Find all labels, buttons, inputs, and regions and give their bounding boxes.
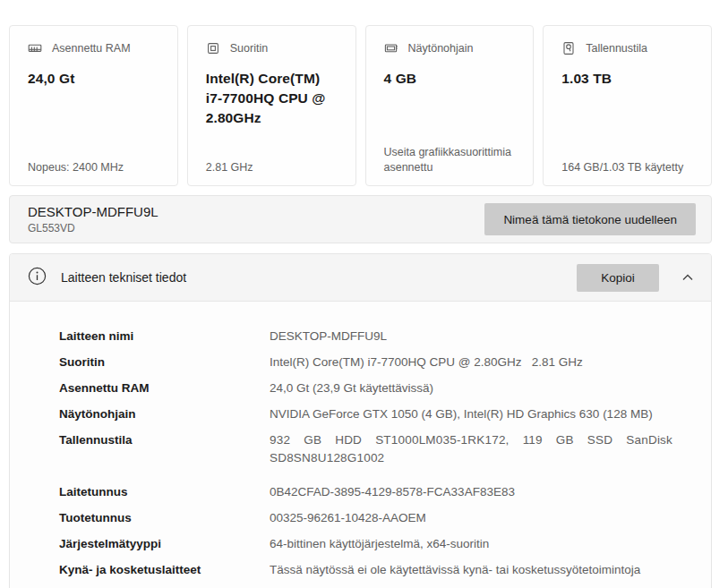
spec-value: 00325-96261-10428-AAOEM [270,509,675,527]
specs-body: Laitteen nimi DESKTOP-MDFFU9L Suoritin I… [10,302,711,588]
card-installed-ram: Asennettu RAM 24,0 Gt Nopeus: 2400 MHz [9,25,178,186]
spec-value: 0B42CFAD-3895-4129-8578-FCA33AF83E83 [270,483,675,501]
spec-label: Järjestelmätyyppi [59,535,270,553]
rename-computer-button[interactable]: Nimeä tämä tietokone uudelleen [484,203,696,235]
card-value: 1.03 TB [561,69,698,89]
card-value: Intel(R) Core(TM) i7-7700HQ CPU @ 2.80GH… [206,69,343,128]
card-title: Suoritin [230,42,268,55]
info-icon [28,267,47,289]
spec-value: 64-bittinen käyttöjärjestelmä, x64-suori… [270,535,675,553]
spec-row-product-id: Tuotetunnus 00325-96261-10428-AAOEM [59,506,675,532]
spec-row-system-type: Järjestelmätyyppi 64-bittinen käyttöjärj… [59,532,675,558]
card-value: 24,0 Gt [28,69,165,89]
spec-row-processor: Suoritin Intel(R) Core(TM) i7-7700HQ CPU… [59,350,675,376]
spec-row-device-id: Laitetunnus 0B42CFAD-3895-4129-8578-FCA3… [59,480,675,506]
spec-row-pen-touch: Kynä- ja kosketuslaitteet Tässä näytössä… [59,558,675,584]
card-graphics: Näytönohjain 4 GB Useita grafiikkasuorit… [365,25,535,186]
card-footer: 164 GB/1.03 TB käytetty [561,160,702,175]
spec-value: 932 GB HDD ST1000LM035-1RK172, 119 GB SS… [270,431,672,467]
device-names: DESKTOP-MDFFU9L GL553VD [28,204,158,234]
spec-label: Kynä- ja kosketuslaitteet [59,561,270,579]
spec-label: Näytönohjain [59,405,270,423]
spec-row-graphics: Näytönohjain NVIDIA GeForce GTX 1050 (4 … [59,402,675,428]
card-footer: Useita grafiikkasuorittimia asennettu [384,145,525,175]
copy-button[interactable]: Kopioi [577,264,659,292]
card-storage: Tallennustila 1.03 TB 164 GB/1.03 TB käy… [543,25,712,186]
card-title: Tallennustila [586,42,647,55]
spec-label: Suoritin [59,354,270,371]
spec-value: NVIDIA GeForce GTX 1050 (4 GB), Intel(R)… [270,405,675,423]
device-specifications-card: Laitteen tekniset tiedot Kopioi Laitteen… [9,253,712,588]
spec-value: DESKTOP-MDFFU9L [270,328,675,345]
spec-label: Tuotetunnus [59,509,270,527]
spec-value: 24,0 Gt (23,9 Gt käytettävissä) [270,379,675,397]
spec-row-installed-ram: Asennettu RAM 24,0 Gt (23,9 Gt käytettäv… [59,376,675,402]
device-name: DESKTOP-MDFFU9L [28,204,158,221]
specs-expander-header[interactable]: Laitteen tekniset tiedot Kopioi [10,254,711,302]
storage-icon [561,41,576,55]
device-model: GL553VD [28,222,158,234]
spec-value: Intel(R) Core(TM) i7-7700HQ CPU @ 2.80GH… [270,354,675,371]
card-title: Asennettu RAM [52,42,131,55]
cpu-icon [206,41,220,55]
spec-row-storage: Tallennustila 932 GB HDD ST1000LM035-1RK… [59,428,675,472]
card-value: 4 GB [384,69,521,89]
summary-cards-row: Asennettu RAM 24,0 Gt Nopeus: 2400 MHz S… [9,25,712,186]
spec-value: Tässä näytössä ei ole käytettävissä kynä… [270,561,675,579]
gpu-icon [384,41,398,55]
spec-label: Laitteen nimi [59,328,270,345]
chevron-up-icon[interactable] [680,269,696,285]
card-title: Näytönohjain [408,42,474,55]
spec-label: Tallennustila [59,431,270,449]
card-footer: Nopeus: 2400 MHz [28,160,168,175]
card-processor: Suoritin Intel(R) Core(TM) i7-7700HQ CPU… [187,25,356,186]
memory-icon [28,41,42,55]
card-footer: 2.81 GHz [206,160,347,175]
spec-row-device-name: Laitteen nimi DESKTOP-MDFFU9L [59,324,675,350]
spec-label: Laitetunnus [59,483,270,501]
specs-section-title: Laitteen tekniset tiedot [61,270,186,285]
device-name-band: DESKTOP-MDFFU9L GL553VD Nimeä tämä tieto… [9,195,712,243]
spec-label: Asennettu RAM [59,379,270,397]
